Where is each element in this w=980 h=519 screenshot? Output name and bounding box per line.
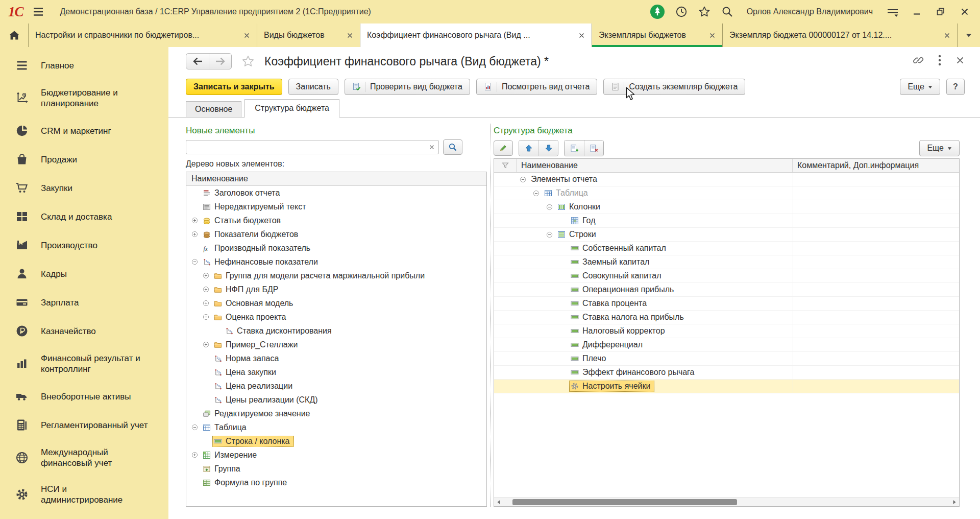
move-up-button[interactable] bbox=[519, 140, 538, 156]
move-down-button[interactable] bbox=[538, 140, 558, 156]
structure-tree-item[interactable]: Налоговый корректор bbox=[494, 324, 959, 338]
clear-search-icon[interactable] bbox=[429, 144, 435, 150]
sidebar-item-13[interactable]: Регламентированный учет bbox=[0, 411, 168, 439]
tab-4[interactable]: Экземпляры бюджетов bbox=[592, 23, 723, 47]
more-actions-icon[interactable] bbox=[938, 55, 941, 66]
new-elements-tree-item[interactable]: Оценка проекта bbox=[186, 310, 486, 324]
new-elements-tree-item[interactable]: Статьи бюджетов bbox=[186, 214, 486, 227]
scroll-left-button[interactable] bbox=[494, 498, 503, 506]
sidebar-item-15[interactable]: НСИ и администрирование bbox=[0, 476, 168, 513]
user-name[interactable]: Орлов Александр Владимирович bbox=[747, 7, 873, 16]
back-button[interactable] bbox=[186, 54, 209, 69]
scroll-right-button[interactable] bbox=[950, 498, 959, 506]
structure-tree-item[interactable]: Собственный капитал bbox=[494, 242, 959, 255]
expander-plus-icon[interactable] bbox=[203, 341, 209, 348]
history-icon[interactable] bbox=[675, 5, 688, 18]
structure-tree-item[interactable]: Ставка процента bbox=[494, 297, 959, 311]
new-elements-tree-item[interactable]: Заголовок отчета bbox=[186, 186, 486, 200]
forward-button[interactable] bbox=[209, 54, 231, 69]
structure-tree-item[interactable]: Таблица bbox=[494, 186, 959, 200]
structure-more-button[interactable]: Еще bbox=[919, 140, 960, 156]
new-elements-tree-item[interactable]: Основная модель bbox=[186, 296, 486, 310]
horizontal-scrollbar[interactable] bbox=[494, 498, 959, 506]
new-elements-tree-item[interactable]: Таблица bbox=[186, 420, 486, 434]
create-budget-instance-button[interactable]: Создать экземпляр бюджета bbox=[603, 79, 745, 95]
new-elements-tree-item[interactable]: ΣФормула по группе bbox=[186, 476, 486, 489]
sidebar-item-4[interactable]: Продажи bbox=[0, 145, 168, 174]
scrollbar-thumb[interactable] bbox=[512, 499, 737, 505]
new-elements-tree-item[interactable]: Нередактируемый текст bbox=[186, 200, 486, 214]
new-elements-tree-item[interactable]: 123Норма запаса bbox=[186, 351, 486, 365]
expander-plus-icon[interactable] bbox=[191, 452, 198, 458]
new-elements-tree-item[interactable]: 123Цена закупки bbox=[186, 365, 486, 379]
tab-close-icon[interactable] bbox=[347, 32, 353, 39]
view-report-kind-button[interactable]: Посмотреть вид отчета bbox=[476, 79, 598, 95]
new-elements-tree-item[interactable]: 123Цены реализации (СКД) bbox=[186, 393, 486, 407]
discussions-icon[interactable] bbox=[650, 4, 665, 19]
new-elements-tree-item[interactable]: 123Ставка дисконтирования bbox=[186, 324, 486, 338]
structure-tree-item[interactable]: Плечо bbox=[494, 352, 959, 366]
sidebar-item-2[interactable]: Бюджетирование и планирование bbox=[0, 80, 168, 116]
add-element-button[interactable] bbox=[565, 140, 584, 156]
expander-minus-icon[interactable] bbox=[546, 204, 553, 210]
search-field[interactable] bbox=[186, 140, 439, 154]
form-tab-1[interactable]: Основное bbox=[186, 101, 241, 117]
new-elements-tree-item[interactable]: Группа для модели расчета маржинальной п… bbox=[186, 269, 486, 282]
structure-tree-item[interactable]: Заемный капитал bbox=[494, 255, 959, 269]
new-elements-tree-item[interactable]: Строка / колонка bbox=[186, 434, 486, 448]
new-elements-tree-item[interactable]: Группа bbox=[186, 462, 486, 476]
tab-5[interactable]: Экземпляр бюджета 000000127 от 14.12.... bbox=[723, 23, 958, 47]
help-button[interactable]: ? bbox=[946, 79, 965, 95]
expander-minus-icon[interactable] bbox=[546, 231, 553, 238]
sidebar-item-11[interactable]: Финансовый результат и контроллинг bbox=[0, 345, 168, 382]
structure-tree-item[interactable]: Строки bbox=[494, 228, 959, 242]
tab-close-icon[interactable] bbox=[243, 32, 250, 39]
edit-button[interactable] bbox=[494, 140, 513, 156]
expander-plus-icon[interactable] bbox=[203, 300, 209, 306]
new-elements-tree-item[interactable]: Пример_Стеллажи bbox=[186, 338, 486, 351]
structure-tree-item[interactable]: Ставка налога на прибыль bbox=[494, 311, 959, 324]
sidebar-item-7[interactable]: Производство bbox=[0, 231, 168, 260]
tab-list-button[interactable] bbox=[958, 23, 980, 47]
search-icon[interactable] bbox=[721, 5, 734, 18]
panel-splitter[interactable] bbox=[487, 124, 491, 507]
sidebar-item-3[interactable]: CRM и маркетинг bbox=[0, 116, 168, 145]
favorites-icon[interactable] bbox=[698, 5, 711, 18]
structure-tree-item[interactable]: Дифференциал bbox=[494, 338, 959, 352]
main-menu-icon[interactable] bbox=[32, 5, 45, 18]
structure-tree-item[interactable]: Настроить ячейки bbox=[494, 380, 959, 393]
sidebar-item-6[interactable]: Склад и доставка bbox=[0, 202, 168, 231]
sidebar-item-9[interactable]: Зарплата bbox=[0, 288, 168, 317]
structure-tree-item[interactable]: Операционная прибыль bbox=[494, 283, 959, 297]
save-button[interactable]: Записать bbox=[288, 79, 338, 95]
new-elements-tree-item[interactable]: 123Нефинансовые показатели bbox=[186, 255, 486, 269]
form-tab-2[interactable]: Структура бюджета bbox=[244, 99, 339, 117]
expander-minus-icon[interactable] bbox=[191, 424, 198, 431]
new-elements-tree-item[interactable]: НФП для БДР bbox=[186, 282, 486, 296]
new-elements-tree-item[interactable]: fxПроизводный показатель bbox=[186, 241, 486, 255]
structure-tree-item[interactable]: Год bbox=[494, 214, 959, 228]
close-window-button[interactable] bbox=[958, 5, 972, 19]
structure-tree-item[interactable]: Элементы отчета bbox=[494, 173, 959, 186]
more-button[interactable]: Еще bbox=[900, 79, 940, 95]
add-favorite-star-icon[interactable] bbox=[241, 54, 255, 68]
new-elements-tree-item[interactable]: Редактируемое значение bbox=[186, 407, 486, 420]
search-button[interactable] bbox=[443, 139, 462, 155]
sidebar-item-1[interactable]: Главное bbox=[0, 51, 168, 80]
structure-tree-item[interactable]: Колонки bbox=[494, 200, 959, 214]
new-elements-tree-item[interactable]: Показатели бюджетов bbox=[186, 227, 486, 241]
tab-home[interactable] bbox=[0, 23, 29, 47]
tab-2[interactable]: Виды бюджетов bbox=[257, 23, 360, 47]
sidebar-item-5[interactable]: Закупки bbox=[0, 174, 168, 202]
get-link-icon[interactable] bbox=[913, 55, 924, 66]
tab-3[interactable]: Коэффициент финансового рычага (Вид ... bbox=[360, 23, 592, 47]
service-menu-icon[interactable] bbox=[886, 5, 900, 19]
expander-minus-icon[interactable] bbox=[520, 176, 526, 183]
expander-plus-icon[interactable] bbox=[203, 286, 209, 293]
sidebar-item-12[interactable]: Внеоборотные активы bbox=[0, 382, 168, 411]
check-budget-kind-button[interactable]: Проверить вид бюджета bbox=[345, 79, 470, 95]
expander-minus-icon[interactable] bbox=[191, 258, 198, 265]
expander-minus-icon[interactable] bbox=[203, 314, 209, 320]
expander-plus-icon[interactable] bbox=[203, 272, 209, 279]
save-close-button[interactable]: Записать и закрыть bbox=[186, 79, 282, 95]
